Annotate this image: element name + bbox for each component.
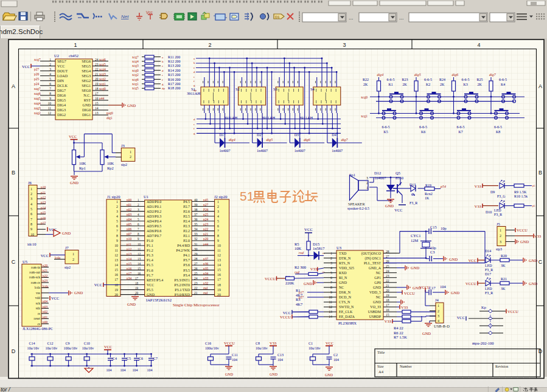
svg-text:11: 11 — [48, 106, 52, 110]
svg-text:21: 21 — [95, 72, 99, 76]
svg-text:rxd: rxd — [294, 270, 300, 274]
svg-text:dig5: dig5 — [414, 73, 421, 77]
svg-text:p54: p54 — [440, 185, 446, 188]
svg-text:p15: p15 — [41, 211, 46, 215]
svg-text:p17: p17 — [127, 272, 132, 275]
svg-text:R17 200: R17 200 — [168, 82, 181, 86]
svg-text:p13: p13 — [41, 201, 46, 204]
svg-text:3K: 3K — [501, 287, 506, 291]
svg-text:Sp1: Sp1 — [349, 173, 355, 177]
svg-text:24: 24 — [95, 58, 99, 61]
svg-text:p20: p20 — [43, 264, 48, 267]
svg-text:J5: J5 — [496, 222, 500, 226]
svg-text:P1.3: P1.3 — [147, 253, 153, 257]
svg-text:3: 3 — [500, 240, 501, 244]
svg-text:rom-sck: rom-sck — [29, 275, 40, 279]
svg-text:VCCU: VCCU — [224, 341, 235, 345]
svg-text:P2.4: P2.4 — [183, 219, 190, 223]
svg-text:10K: 10K — [294, 246, 302, 250]
svg-text:GND: GND — [270, 373, 278, 376]
svg-text:GP1: GP1 — [374, 276, 381, 280]
svg-text:K3: K3 — [464, 83, 468, 86]
svg-text:RI_N: RI_N — [339, 276, 347, 280]
svg-text:GND: GND — [451, 291, 459, 295]
svg-text:D1: D1 — [275, 15, 280, 19]
svg-text:A: A — [538, 83, 542, 89]
svg-text:SEG5: SEG5 — [82, 64, 91, 68]
svg-text:GND_A: GND_A — [369, 266, 382, 270]
svg-text:p16: p16 — [127, 267, 132, 270]
svg-text:p03: p03 — [127, 213, 132, 216]
svg-text:p27: p27 — [299, 295, 304, 299]
svg-text:24: 24 — [386, 269, 389, 273]
svg-text:2K: 2K — [478, 83, 483, 86]
svg-text:10u/16v: 10u/16v — [82, 346, 94, 350]
svg-text:R23: R23 — [402, 78, 408, 81]
svg-text:9: 9 — [138, 237, 139, 241]
svg-text:p01: p01 — [127, 203, 132, 207]
svg-text:C8: C8 — [256, 342, 260, 345]
svg-text:p14: p14 — [41, 206, 46, 210]
svg-text:Rp1: Rp1 — [79, 166, 86, 170]
svg-text:V33: V33 — [475, 184, 481, 188]
svg-text:17: 17 — [135, 277, 139, 280]
svg-text:p35: p35 — [203, 267, 209, 270]
svg-text:2: 2 — [138, 203, 139, 207]
svg-text:10u/16v: 10u/16v — [256, 346, 268, 350]
svg-text:V33: V33 — [534, 234, 541, 238]
svg-text:USBDP: USBDP — [369, 315, 382, 318]
svg-text:P4.2/WK: P4.2/WK — [176, 249, 190, 252]
svg-text:3: 3 — [116, 210, 118, 213]
svg-text:20: 20 — [135, 291, 139, 295]
svg-text:p16: p16 — [41, 216, 46, 220]
svg-text:16: 16 — [386, 308, 389, 312]
svg-text:3911AH: 3911AH — [299, 115, 313, 120]
svg-text:C7: C7 — [153, 357, 158, 360]
svg-text:23: 23 — [386, 274, 389, 278]
svg-text:1n4007: 1n4007 — [332, 149, 343, 153]
svg-text:AD7/P0.7: AD7/P0.7 — [147, 234, 161, 238]
svg-text:TXD: TXD — [339, 252, 347, 255]
svg-text:6-6-5: 6-6-5 — [419, 125, 427, 129]
svg-text:220K: 220K — [285, 281, 294, 285]
svg-text:J6: J6 — [28, 181, 32, 185]
svg-text:N.C.: N.C. — [83, 93, 91, 97]
svg-text:15: 15 — [217, 268, 221, 272]
svg-text:reset: reset — [34, 317, 41, 320]
svg-text:p34: p34 — [127, 277, 132, 280]
svg-text:cs: cs — [37, 322, 40, 326]
svg-text:B: B — [12, 170, 15, 176]
svg-text:22: 22 — [95, 67, 99, 71]
svg-text:P3.6: P3.6 — [183, 263, 190, 267]
svg-text:p17: p17 — [41, 221, 46, 225]
svg-text:R15 200: R15 200 — [168, 73, 181, 77]
svg-text:xcg4: xcg4 — [99, 67, 106, 71]
svg-text:19: 19 — [95, 82, 99, 86]
svg-text:VCCU: VCCU — [465, 281, 476, 286]
svg-text:2K: 2K — [403, 83, 408, 86]
svg-text:GND: GND — [127, 302, 136, 306]
svg-text:GND: GND — [411, 266, 419, 270]
svg-text:27: 27 — [386, 255, 389, 258]
svg-text:D3: D3 — [294, 133, 299, 137]
svg-text:C9: C9 — [66, 342, 70, 345]
svg-text:C11: C11 — [232, 353, 238, 357]
svg-text:p37: p37 — [203, 257, 209, 261]
svg-text:rxd: rxd — [203, 286, 208, 290]
svg-text:SPEAKER: SPEAKER — [348, 202, 365, 206]
svg-text:p01: p01 — [43, 315, 48, 319]
svg-text:xcg3: xcg3 — [99, 72, 106, 76]
svg-text:Title: Title — [377, 350, 385, 354]
svg-text:P4.5: P4.5 — [183, 200, 190, 204]
svg-text:14: 14 — [95, 106, 99, 110]
svg-text:7: 7 — [30, 218, 32, 221]
svg-text:2: 2 — [49, 63, 51, 66]
svg-text:C12: C12 — [47, 342, 54, 345]
svg-text:R19: R19 — [425, 184, 431, 187]
svg-text:J4: J4 — [435, 298, 439, 302]
svg-text:1: 1 — [72, 252, 74, 256]
svg-text:p36: p36 — [203, 262, 209, 266]
svg-text:dig1: dig1 — [106, 116, 113, 120]
svg-text:p44: p44 — [99, 97, 105, 100]
svg-text:P1.5: P1.5 — [147, 263, 153, 267]
